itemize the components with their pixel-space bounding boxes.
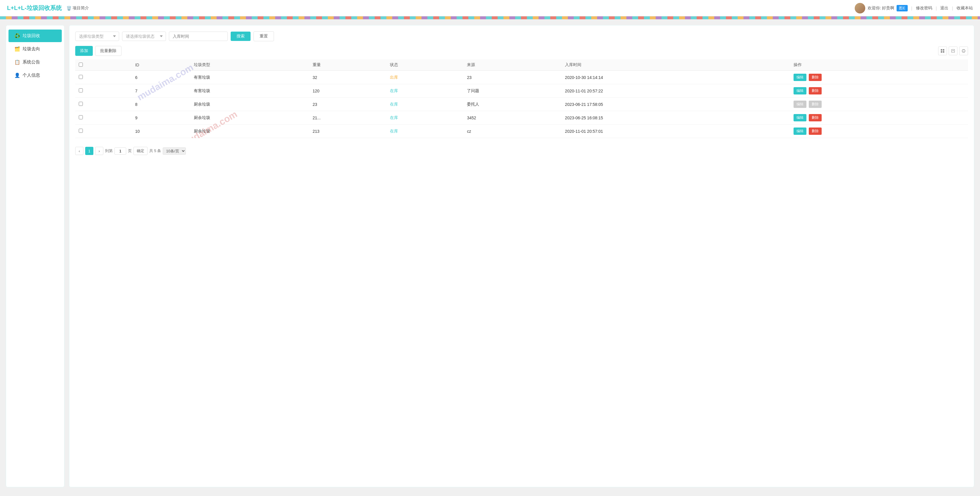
avatar [855, 3, 865, 13]
row-weight: 21... [309, 111, 387, 125]
logo: L+L+L-垃圾回收系统 [7, 4, 62, 12]
pagination: ‹ 1 › 到第 页 确定 共 5 条 10条/页 20条/页 50条/页 [75, 144, 968, 155]
row-id: 7 [132, 84, 191, 98]
row-select-checkbox[interactable] [79, 115, 83, 119]
data-table: ID 垃圾类型 重量 状态 来源 入库时间 操作 6 有害垃圾 32 出库 [75, 59, 968, 138]
svg-rect-1 [943, 49, 944, 51]
direction-icon: 🗂️ [14, 46, 20, 52]
table-row: 10 厨余垃圾 213 在库 cz 2020-11-01 20:57:01 编辑… [75, 125, 968, 138]
row-checkbox [75, 111, 132, 125]
divider-1: | [911, 6, 912, 11]
header: L+L+L-垃圾回收系统 🗑️ 项目简介 欢迎你: 好贵啊 图E | 修改密码 … [0, 0, 980, 16]
modify-password-link[interactable]: 修改密码 [916, 6, 932, 11]
row-checkbox [75, 84, 132, 98]
row-select-checkbox[interactable] [79, 75, 83, 79]
toolbar-left: 添加 批量删除 [75, 46, 121, 56]
notice-icon: 📋 [14, 59, 20, 65]
header-type: 垃圾类型 [190, 59, 309, 71]
row-type: 厨余垃圾 [190, 98, 309, 111]
sidebar-item-system-notice[interactable]: 📋 系统公告 [8, 56, 62, 68]
sidebar: ♻️ 垃圾回收 🗂️ 垃圾去向 📋 系统公告 👤 个人信息 [6, 25, 64, 487]
bookmark-link[interactable]: 收藏本站 [956, 6, 973, 11]
date-filter-input[interactable] [169, 32, 228, 41]
table-row: 6 有害垃圾 32 出库 23 2020-10-30 14:14:14 编辑 删… [75, 71, 968, 84]
edit-button[interactable]: 编辑 [794, 127, 807, 135]
next-page-button[interactable]: › [95, 147, 103, 155]
sidebar-item-garbage-recycle[interactable]: ♻️ 垃圾回收 [8, 30, 62, 42]
row-id: 10 [132, 125, 191, 138]
select-all-checkbox[interactable] [79, 63, 83, 67]
person-icon: 👤 [14, 73, 20, 78]
row-select-checkbox[interactable] [79, 88, 83, 92]
row-weight: 120 [309, 84, 387, 98]
header-right: 欢迎你: 好贵啊 图E | 修改密码 | 退出 | 收藏本站 [855, 3, 973, 13]
row-weight: 23 [309, 98, 387, 111]
sidebar-item-personal-info[interactable]: 👤 个人信息 [8, 69, 62, 82]
row-select-checkbox[interactable] [79, 102, 83, 106]
svg-rect-2 [941, 51, 942, 53]
edit-button[interactable]: 编辑 [794, 114, 807, 121]
row-status: 在库 [387, 84, 464, 98]
edit-button-disabled: 编辑 [794, 101, 807, 108]
divider-3: | [952, 6, 953, 11]
table-container: mudaima.com mudaima.com ID 垃圾类型 重量 状态 来源… [75, 59, 968, 138]
row-operations: 编辑 删除 [790, 125, 968, 138]
type-filter-select[interactable]: 选择垃圾类型 有害垃圾 厨余垃圾 可回收垃圾 其他垃圾 [75, 32, 119, 41]
delete-button[interactable]: 删除 [809, 74, 822, 81]
divider-2: | [936, 6, 937, 11]
table-row: 9 厨余垃圾 21... 在库 3452 2023-06-25 16:08:15… [75, 111, 968, 125]
main-layout: ♻️ 垃圾回收 🗂️ 垃圾去向 📋 系统公告 👤 个人信息 选择垃圾类型 有害垃… [0, 19, 980, 493]
row-status: 在库 [387, 98, 464, 111]
row-source: cz [463, 125, 562, 138]
sidebar-item-label: 垃圾去向 [22, 46, 40, 52]
sidebar-item-garbage-direction[interactable]: 🗂️ 垃圾去向 [8, 43, 62, 55]
edit-button[interactable]: 编辑 [794, 87, 807, 95]
project-icon: 🗑️ [67, 6, 72, 11]
export-button[interactable] [949, 46, 958, 55]
row-type: 有害垃圾 [190, 71, 309, 84]
filter-row: 选择垃圾类型 有害垃圾 厨余垃圾 可回收垃圾 其他垃圾 请选择垃圾状态 在库 出… [75, 31, 968, 41]
row-id: 6 [132, 71, 191, 84]
total-info: 共 5 条 [149, 148, 161, 154]
row-source: 3452 [463, 111, 562, 125]
header-operation: 操作 [790, 59, 968, 71]
goto-label: 到第 [105, 148, 113, 154]
row-status: 出库 [387, 71, 464, 84]
header-time: 入库时间 [562, 59, 790, 71]
row-time: 2020-11-01 20:57:01 [562, 125, 790, 138]
edit-button[interactable]: 编辑 [794, 74, 807, 81]
content-area: 选择垃圾类型 有害垃圾 厨余垃圾 可回收垃圾 其他垃圾 请选择垃圾状态 在库 出… [69, 25, 974, 487]
delete-button[interactable]: 删除 [809, 114, 822, 121]
row-checkbox [75, 71, 132, 84]
print-button[interactable] [959, 46, 968, 55]
project-label: 项目简介 [73, 6, 89, 11]
row-time: 2020-10-30 14:14:14 [562, 71, 790, 84]
logout-link[interactable]: 退出 [940, 6, 948, 11]
delete-button[interactable]: 删除 [809, 127, 822, 135]
row-weight: 32 [309, 71, 387, 84]
row-status: 在库 [387, 125, 464, 138]
page-number-input[interactable] [115, 147, 126, 155]
grid-view-button[interactable] [938, 46, 947, 55]
search-button[interactable]: 搜索 [231, 32, 251, 41]
status-filter-select[interactable]: 请选择垃圾状态 在库 出库 [122, 32, 166, 41]
welcome-text: 欢迎你: 好贵啊 [868, 6, 894, 11]
delete-button[interactable]: 删除 [809, 87, 822, 95]
batch-delete-button[interactable]: 批量删除 [95, 46, 121, 56]
page-size-select[interactable]: 10条/页 20条/页 50条/页 [163, 147, 186, 155]
header-status: 状态 [387, 59, 464, 71]
add-button[interactable]: 添加 [75, 46, 93, 56]
row-source: 委托人 [463, 98, 562, 111]
row-id: 9 [132, 111, 191, 125]
row-source: 了问题 [463, 84, 562, 98]
header-weight: 重量 [309, 59, 387, 71]
row-operations: 编辑 删除 [790, 98, 968, 111]
row-select-checkbox[interactable] [79, 129, 83, 133]
page-1-button[interactable]: 1 [85, 147, 93, 155]
reset-button[interactable]: 重置 [253, 31, 274, 41]
toolbar-right [938, 46, 968, 55]
prev-page-button[interactable]: ‹ [75, 147, 83, 155]
page-confirm-button[interactable]: 确定 [134, 147, 148, 155]
sidebar-item-label: 个人信息 [22, 73, 40, 78]
project-intro[interactable]: 🗑️ 项目简介 [67, 6, 89, 11]
